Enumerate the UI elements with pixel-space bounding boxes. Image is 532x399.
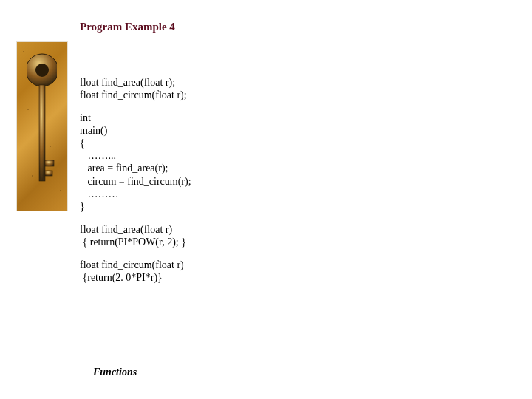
footer-divider bbox=[80, 355, 502, 355]
key-icon bbox=[27, 50, 57, 205]
code-main: int main() { ……... area = find_area(r); … bbox=[80, 112, 494, 213]
code-line: ……... bbox=[80, 150, 116, 161]
code-line: area = find_area(r); bbox=[80, 163, 168, 174]
code-line: main() bbox=[80, 125, 107, 136]
code-line: int bbox=[80, 112, 91, 123]
sidebar-key-image bbox=[16, 41, 68, 211]
code-line: float find_circum(float r) bbox=[80, 259, 184, 270]
slide: Program Example 4 float find_area(float … bbox=[0, 0, 532, 399]
slide-content: Program Example 4 float find_area(float … bbox=[80, 21, 494, 294]
code-line: { bbox=[80, 137, 85, 149]
code-line: float find_area(float r); bbox=[80, 77, 175, 88]
code-line: } bbox=[80, 201, 85, 212]
svg-rect-4 bbox=[45, 171, 52, 176]
slide-title: Program Example 4 bbox=[80, 21, 494, 33]
code-line: { return(PI*POW(r, 2); } bbox=[80, 236, 186, 248]
svg-rect-3 bbox=[45, 160, 54, 166]
code-func-circum: float find_circum(float r) {return(2. 0*… bbox=[80, 259, 494, 284]
svg-rect-2 bbox=[39, 85, 45, 181]
code-line: {return(2. 0*PI*r)} bbox=[80, 272, 163, 283]
code-line: circum = find_circum(r); bbox=[80, 176, 191, 187]
code-func-area: float find_area(float r) { return(PI*POW… bbox=[80, 223, 494, 248]
footer-label: Functions bbox=[93, 366, 137, 378]
code-line: float find_circum(float r); bbox=[80, 89, 187, 100]
code-declarations: float find_area(float r); float find_cir… bbox=[80, 76, 494, 101]
code-line: float find_area(float r) bbox=[80, 224, 172, 235]
code-line: ……… bbox=[80, 188, 119, 200]
svg-point-1 bbox=[35, 64, 49, 77]
